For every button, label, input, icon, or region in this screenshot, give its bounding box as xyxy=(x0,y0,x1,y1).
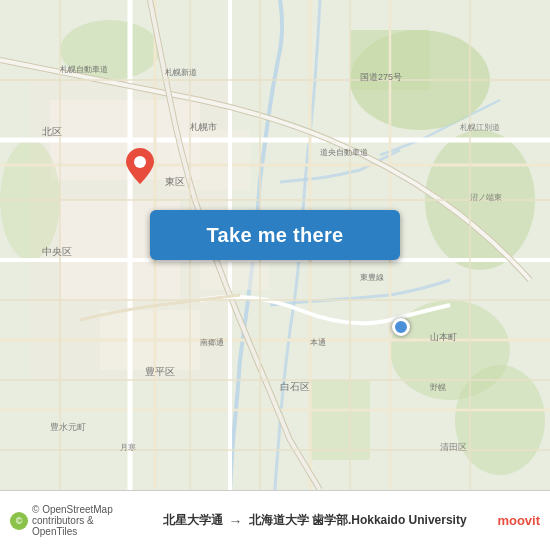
svg-text:清田区: 清田区 xyxy=(440,442,467,452)
origin-label: 北星大学通 xyxy=(163,512,223,529)
svg-text:東豊線: 東豊線 xyxy=(360,273,384,282)
take-me-there-label: Take me there xyxy=(207,224,344,247)
svg-text:白石区: 白石区 xyxy=(280,381,310,392)
osm-logo: © xyxy=(10,512,28,530)
svg-point-55 xyxy=(134,156,146,168)
destination-marker xyxy=(392,318,410,336)
svg-text:札幌新道: 札幌新道 xyxy=(165,68,197,77)
svg-text:南郷通: 南郷通 xyxy=(200,338,224,347)
svg-text:野幌: 野幌 xyxy=(430,383,446,392)
attribution-text: © OpenStreetMap contributors & OpenTiles xyxy=(32,504,132,537)
svg-text:札幌市: 札幌市 xyxy=(190,122,217,132)
svg-text:本通: 本通 xyxy=(310,338,326,347)
destination-label: 北海道大学 歯学部.Hokkaido University xyxy=(249,512,467,529)
moovit-logo: moovit xyxy=(497,513,540,528)
route-info: 北星大学通 → 北海道大学 歯学部.Hokkaido University xyxy=(132,512,498,529)
svg-text:国道275号: 国道275号 xyxy=(360,72,402,82)
bottom-bar: © © OpenStreetMap contributors & OpenTil… xyxy=(0,490,550,550)
svg-text:沼ノ端東: 沼ノ端東 xyxy=(470,193,502,202)
svg-text:山本町: 山本町 xyxy=(430,332,457,342)
origin-marker xyxy=(126,148,154,188)
svg-rect-14 xyxy=(310,380,370,460)
arrow-icon: → xyxy=(229,513,243,529)
svg-text:道央自動車道: 道央自動車道 xyxy=(320,148,368,157)
svg-text:北区: 北区 xyxy=(42,126,62,137)
svg-text:札幌江別道: 札幌江別道 xyxy=(460,123,500,132)
moovit-label: moovit xyxy=(497,513,540,528)
map-container: 北区 中央区 東区 国道275号 札幌新道 札幌自動車道 道央自動車道 豊平区 … xyxy=(0,0,550,490)
svg-text:東区: 東区 xyxy=(165,176,185,187)
attribution: © © OpenStreetMap contributors & OpenTil… xyxy=(10,504,132,537)
svg-point-13 xyxy=(455,365,545,475)
svg-text:中央区: 中央区 xyxy=(42,246,72,257)
svg-text:月寒: 月寒 xyxy=(120,443,136,452)
svg-text:札幌自動車道: 札幌自動車道 xyxy=(60,65,108,74)
take-me-there-button[interactable]: Take me there xyxy=(150,210,400,260)
svg-text:豊平区: 豊平区 xyxy=(145,366,175,377)
svg-text:豊水元町: 豊水元町 xyxy=(50,422,86,432)
